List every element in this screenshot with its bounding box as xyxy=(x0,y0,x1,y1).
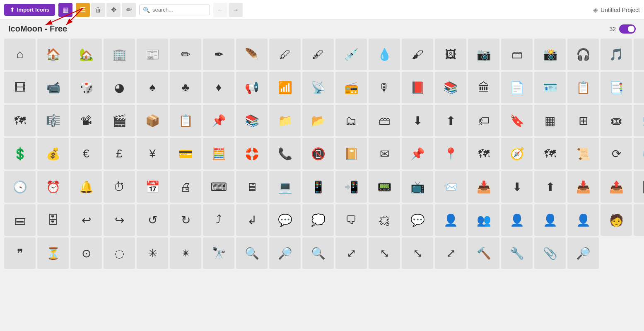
icon-cell-music[interactable]: 🎵 xyxy=(601,39,632,70)
icon-cell-eyedropper[interactable]: 💉 xyxy=(335,39,367,70)
icon-cell-upload2[interactable]: 📤 xyxy=(601,171,632,203)
icon-cell-database[interactable]: 🗄 xyxy=(37,204,69,236)
icon-cell-zoom-in[interactable]: 🔎 xyxy=(269,237,301,269)
icon-cell-image[interactable]: 🖼 xyxy=(435,39,466,70)
icon-cell-home3[interactable]: 🏡 xyxy=(70,39,102,70)
icon-cell-file-zip[interactable]: 📦 xyxy=(137,105,168,136)
icon-cell-location2[interactable]: 🗺 xyxy=(468,138,499,169)
icon-cell-pacman[interactable]: ◕ xyxy=(104,72,135,103)
icon-cell-lifebuoy[interactable]: 🛟 xyxy=(236,138,268,169)
icon-cell-phone-hang-up[interactable]: 📵 xyxy=(302,138,334,169)
icon-cell-stack[interactable]: 📚 xyxy=(236,105,268,136)
icon-cell-zoom-out[interactable]: 🔍 xyxy=(302,237,334,269)
icon-cell-spades[interactable]: ♠ xyxy=(137,72,168,103)
icon-cell-drive[interactable]: 🖴 xyxy=(4,204,36,236)
redo-button[interactable]: → xyxy=(229,3,243,17)
icon-cell-folder-plus[interactable]: 🗂 xyxy=(335,105,367,136)
icon-cell-image2[interactable]: 📷 xyxy=(468,39,499,70)
icon-cell-redo2[interactable]: ↻ xyxy=(170,204,201,236)
icon-cell-connection[interactable]: 📻 xyxy=(335,72,367,103)
icon-cell-phone[interactable]: 📞 xyxy=(269,138,301,169)
search-input[interactable] xyxy=(152,7,206,13)
icon-cell-podcast[interactable]: 📡 xyxy=(302,72,334,103)
icon-cell-file-picture[interactable]: 🗺 xyxy=(4,105,36,136)
icon-cell-user-tie[interactable]: 🧑 xyxy=(601,204,632,236)
delete-button[interactable]: 🗑 xyxy=(91,3,105,17)
icon-cell-paste[interactable]: 📌 xyxy=(203,105,234,136)
icon-cell-display[interactable]: 🖥 xyxy=(236,171,268,203)
icon-cell-profile[interactable]: 🪪 xyxy=(534,72,566,103)
icon-cell-shrink[interactable]: ⤡ xyxy=(369,237,400,269)
icon-cell-spinner3[interactable]: ✳ xyxy=(137,237,168,269)
icon-cell-dice[interactable]: 🎲 xyxy=(70,72,102,103)
icon-cell-hammer[interactable]: 🔨 xyxy=(468,237,499,269)
set-toggle[interactable] xyxy=(619,24,636,34)
icon-cell-bubbles[interactable]: 💭 xyxy=(302,204,334,236)
icon-cell-binoculars[interactable]: 🔭 xyxy=(203,237,234,269)
icon-cell-stopwatch[interactable]: ⏱ xyxy=(104,171,135,203)
undo-button[interactable]: ← xyxy=(213,3,227,17)
icon-cell-user-plus[interactable]: 👤 xyxy=(501,204,533,236)
icon-cell-printer[interactable]: 🖨 xyxy=(170,171,201,203)
icon-cell-tablet[interactable]: 📟 xyxy=(369,171,400,203)
icon-cell-search[interactable]: 🔍 xyxy=(236,237,268,269)
icon-cell-newspaper[interactable]: 📰 xyxy=(137,39,168,70)
icon-cell-bubble[interactable]: 💬 xyxy=(269,204,301,236)
icon-cell-quotes-right[interactable]: ❞ xyxy=(4,237,36,269)
select-button[interactable]: ☰ xyxy=(76,3,90,17)
icon-cell-spinner4[interactable]: ✴ xyxy=(170,237,201,269)
icon-cell-ticket[interactable]: 🎟 xyxy=(601,105,632,136)
icon-cell-map2[interactable]: 📜 xyxy=(567,138,599,169)
icon-cell-folder-download[interactable]: ⬇ xyxy=(402,105,433,136)
icon-cell-coin-euro[interactable]: € xyxy=(70,138,102,169)
icon-cell-user-check[interactable]: 👤 xyxy=(567,204,599,236)
icon-cell-office[interactable]: 🏢 xyxy=(104,39,135,70)
icon-cell-bubble2[interactable]: 🗨 xyxy=(335,204,367,236)
icon-cell-alarm[interactable]: ⏰ xyxy=(37,171,69,203)
icon-cell-spinner[interactable]: ⊙ xyxy=(70,237,102,269)
icon-cell-file-empty[interactable]: 📋 xyxy=(567,72,599,103)
icon-cell-credit-card[interactable]: 💳 xyxy=(170,138,201,169)
icon-cell-shrink2[interactable]: ⤢ xyxy=(435,237,466,269)
icon-cell-pushpin[interactable]: 📌 xyxy=(402,138,433,169)
icon-cell-calendar[interactable]: 📅 xyxy=(137,171,168,203)
icon-cell-mobile2[interactable]: 📲 xyxy=(335,171,367,203)
icon-cell-search2[interactable]: 🔎 xyxy=(567,237,599,269)
icon-cell-enlarge[interactable]: ⤢ xyxy=(335,237,367,269)
icon-cell-keyboard[interactable]: ⌨ xyxy=(203,171,234,203)
icon-cell-barcode[interactable]: ▦ xyxy=(534,105,566,136)
icon-cell-dollar[interactable]: 💲 xyxy=(4,138,36,169)
move-button[interactable]: ✥ xyxy=(106,3,121,17)
icon-cell-users[interactable]: 👥 xyxy=(468,204,499,236)
icon-cell-headphones[interactable]: 🎧 xyxy=(567,39,599,70)
icon-cell-floppy-disk[interactable]: 💾 xyxy=(634,171,644,203)
icon-cell-tv[interactable]: 📺 xyxy=(402,171,433,203)
icon-cell-compass[interactable]: 🧭 xyxy=(501,138,533,169)
icon-cell-bell[interactable]: 🔔 xyxy=(70,171,102,203)
icon-cell-price-tag[interactable]: 🏷 xyxy=(468,105,499,136)
icon-cell-upload[interactable]: ⬆ xyxy=(534,171,566,203)
icon-cell-file-play[interactable]: 📽 xyxy=(70,105,102,136)
icon-cell-clock2[interactable]: 🕓 xyxy=(4,171,36,203)
edit-button[interactable]: ✏ xyxy=(122,3,136,17)
icon-cell-spinner2[interactable]: ◌ xyxy=(104,237,135,269)
icon-cell-undo2[interactable]: ↺ xyxy=(137,204,168,236)
icon-cell-coin-yen[interactable]: ¥ xyxy=(137,138,168,169)
icon-cell-images[interactable]: 🗃 xyxy=(501,39,533,70)
icon-cell-inbox[interactable]: 📥 xyxy=(468,171,499,203)
icon-cell-copy[interactable]: 📋 xyxy=(170,105,201,136)
icon-cell-play[interactable]: ▶ xyxy=(634,39,644,70)
icon-cell-enlarge2[interactable]: ⤡ xyxy=(402,237,433,269)
icon-cell-bubble3[interactable]: 🗯 xyxy=(369,204,400,236)
icon-cell-camera[interactable]: 📸 xyxy=(534,39,566,70)
icon-cell-coin-pound[interactable]: £ xyxy=(104,138,135,169)
icon-cell-inbox-full[interactable]: 📨 xyxy=(435,171,466,203)
icon-cell-download[interactable]: ⬇ xyxy=(501,171,533,203)
icon-cell-map[interactable]: 🗺 xyxy=(534,138,566,169)
icon-cell-download2[interactable]: 📥 xyxy=(567,171,599,203)
icon-cell-pencil[interactable]: ✏ xyxy=(170,39,201,70)
icon-cell-hourglass[interactable]: ⏳ xyxy=(37,237,69,269)
icon-cell-envelop[interactable]: ✉ xyxy=(369,138,400,169)
icon-cell-book[interactable]: 📕 xyxy=(402,72,433,103)
icon-cell-pen[interactable]: 🖊 xyxy=(269,39,301,70)
